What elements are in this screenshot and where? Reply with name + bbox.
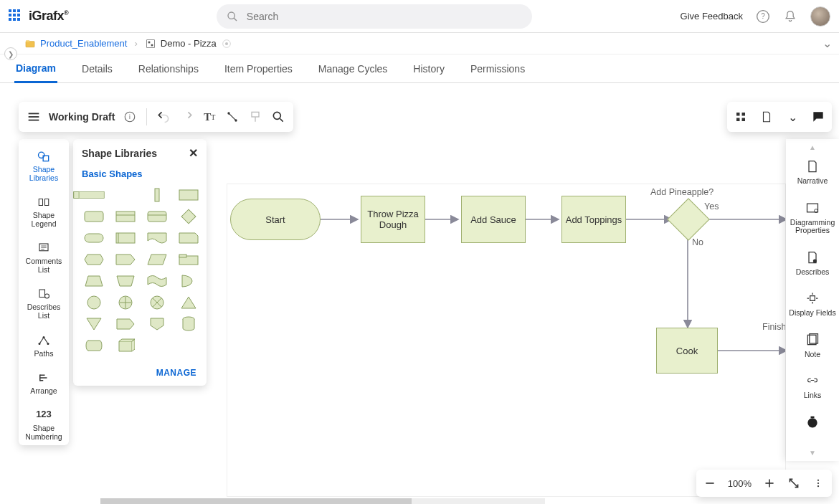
zoom-out-icon[interactable] (703, 477, 716, 490)
nav-arrange[interactable]: Arrange (27, 371, 60, 395)
page-view-icon[interactable] (759, 109, 774, 125)
shape-trap-down[interactable] (115, 274, 136, 288)
label-no: No (692, 237, 703, 247)
shape-wave[interactable] (146, 274, 168, 288)
shape-triangle-down[interactable] (83, 317, 105, 331)
shape-diamond[interactable] (178, 209, 199, 224)
shape-parallelogram[interactable] (146, 252, 168, 267)
shape-rect[interactable] (178, 188, 199, 202)
shape-pentagon-right[interactable] (115, 252, 136, 267)
global-search[interactable] (217, 4, 532, 29)
give-feedback-link[interactable]: Give Feedback (681, 11, 743, 22)
node-add-sauce[interactable]: Add Sauce (461, 196, 526, 243)
shape-rounded-header[interactable] (146, 209, 168, 224)
nav-shape-numbering[interactable]: 123 Shape Numbering (19, 408, 69, 441)
rp-describes[interactable]: Describes (793, 242, 833, 284)
tab-history[interactable]: History (412, 56, 446, 82)
shape-shield[interactable] (146, 317, 168, 331)
collapse-chevron-icon[interactable]: ⌄ (823, 37, 832, 50)
svg-rect-21 (736, 113, 740, 116)
menu-icon[interactable] (26, 109, 42, 125)
shape-folder[interactable] (178, 252, 199, 267)
shape-roundend[interactable] (83, 231, 105, 245)
fullscreen-icon[interactable] (787, 477, 800, 490)
left-tools-panel: Shape Libraries Shape Legend Comments Li… (19, 139, 69, 445)
shape-triangle-up[interactable] (178, 295, 199, 310)
grid-view-icon[interactable] (733, 109, 749, 125)
connector-tool-icon[interactable] (224, 109, 240, 125)
redo-icon[interactable] (179, 109, 194, 125)
search-diagram-icon[interactable] (270, 109, 286, 125)
shape-round-rect[interactable] (83, 209, 105, 224)
svg-rect-8 (151, 44, 153, 46)
tab-item-properties[interactable]: Item Properties (223, 56, 294, 82)
nav-shape-legend[interactable]: Shape Legend (19, 195, 69, 228)
tab-manage-cycles[interactable]: Manage Cycles (317, 56, 389, 82)
tab-relationships[interactable]: Relationships (137, 56, 200, 82)
info-icon[interactable]: i (122, 109, 138, 125)
diagram-canvas[interactable]: Start Throw Pizza Dough Add Sauce Add To… (227, 184, 786, 497)
note-icon (805, 332, 820, 348)
rp-narrative[interactable]: Narrative (795, 151, 831, 193)
user-avatar[interactable] (810, 6, 830, 27)
horizontal-scrollbar[interactable] (100, 498, 545, 504)
nav-describes-list[interactable]: Describes List (19, 287, 69, 320)
expand-sidebar-toggle[interactable]: ❯ (4, 47, 17, 60)
apps-menu-icon[interactable] (9, 9, 23, 24)
view-dropdown-icon[interactable]: ⌄ (785, 109, 800, 125)
search-input[interactable] (245, 10, 522, 23)
rp-note[interactable]: Note (802, 325, 823, 366)
breadcrumb-parent[interactable]: Product_Enablement (40, 38, 127, 49)
nav-shape-libraries[interactable]: Shape Libraries (19, 149, 69, 182)
comments-icon[interactable] (810, 109, 826, 125)
shape-card[interactable] (115, 231, 136, 245)
shape-card2[interactable] (178, 231, 199, 245)
draft-status-label: Working Draft (49, 111, 115, 123)
shape-header-wide[interactable] (83, 188, 105, 202)
scroll-up-icon[interactable]: ▲ (809, 143, 816, 151)
shape-trap-up[interactable] (83, 274, 105, 288)
bullseye-icon[interactable] (221, 38, 232, 49)
tab-permissions[interactable]: Permissions (469, 56, 526, 82)
shape-circle[interactable] (83, 295, 105, 310)
tab-diagram[interactable]: Diagram (14, 55, 57, 83)
node-throw-dough[interactable]: Throw Pizza Dough (361, 196, 425, 243)
svg-rect-23 (736, 118, 740, 122)
node-cook[interactable]: Cook (656, 328, 718, 374)
zoom-in-icon[interactable] (763, 477, 776, 490)
node-decision-pineapple[interactable] (673, 204, 703, 234)
svg-rect-71 (811, 416, 815, 418)
text-tool-icon[interactable]: TT (202, 109, 217, 125)
help-icon[interactable]: ? (756, 9, 770, 24)
shape-box-3d[interactable] (115, 338, 136, 353)
node-start[interactable]: Start (230, 199, 321, 240)
svg-rect-49 (181, 209, 196, 224)
rp-links[interactable]: Links (801, 366, 825, 407)
node-add-toppings[interactable]: Add Toppings (561, 196, 626, 243)
undo-icon[interactable] (156, 109, 171, 125)
rp-diag-props[interactable]: Diagramming Properties (786, 193, 839, 242)
folder-icon (24, 38, 36, 49)
tab-details[interactable]: Details (80, 56, 114, 82)
shape-hex[interactable] (83, 252, 105, 267)
shape-cylinder-h[interactable] (83, 338, 105, 353)
shape-rect-header[interactable] (115, 209, 136, 224)
shape-doc[interactable] (146, 231, 168, 245)
nav-paths[interactable]: Paths (32, 333, 57, 358)
rp-display-fields[interactable]: Display Fields (786, 283, 838, 325)
shape-half-circle[interactable] (178, 274, 199, 288)
shape-circle-x[interactable] (146, 295, 168, 310)
notifications-icon[interactable] (783, 9, 797, 24)
rp-timer[interactable] (802, 407, 823, 437)
scroll-down-icon[interactable]: ▼ (809, 449, 816, 457)
close-icon[interactable]: ✕ (189, 146, 198, 160)
more-options-icon[interactable] (812, 477, 825, 490)
svg-point-70 (807, 418, 817, 427)
shape-circle-plus[interactable] (115, 295, 136, 310)
nav-comments-list[interactable]: Comments List (19, 241, 69, 274)
format-painter-icon[interactable] (247, 109, 263, 125)
manage-shapes-link[interactable]: MANAGE (156, 368, 196, 378)
shape-tag[interactable] (115, 317, 136, 331)
shape-cylinder[interactable] (178, 317, 199, 331)
shape-bar[interactable] (146, 188, 168, 202)
